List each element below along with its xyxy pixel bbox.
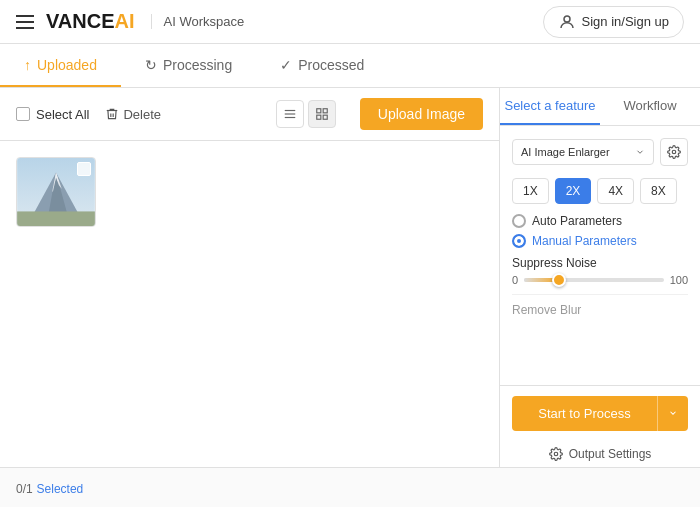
left-panel: Select All Delete [0, 88, 500, 467]
svg-point-15 [554, 452, 558, 456]
tab-select-feature[interactable]: Select a feature [500, 88, 600, 125]
logo-ai: AI [115, 10, 135, 32]
logo: VANCEAI [46, 10, 135, 33]
processed-icon: ✓ [280, 57, 292, 73]
upload-icon: ↑ [24, 57, 31, 73]
image-thumbnail[interactable] [16, 157, 96, 227]
select-all-checkbox[interactable] [16, 107, 30, 121]
workspace-badge: AI Workspace [151, 14, 245, 29]
grid-icon [315, 107, 329, 121]
scale-4x[interactable]: 4X [597, 178, 634, 204]
svg-rect-6 [317, 115, 321, 119]
settings-gear-button[interactable] [660, 138, 688, 166]
scale-1x[interactable]: 1X [512, 178, 549, 204]
image-select-checkbox[interactable] [77, 162, 91, 176]
tab-processing[interactable]: ↻ Processing [121, 44, 256, 87]
start-process-button[interactable]: Start to Process [512, 396, 657, 431]
svg-rect-5 [323, 109, 327, 113]
feature-select-row: AI Image Enlarger [512, 138, 688, 166]
settings-icon [549, 447, 563, 461]
gear-icon [667, 145, 681, 159]
tab-workflow[interactable]: Workflow [600, 88, 700, 125]
scale-8x[interactable]: 8X [640, 178, 677, 204]
auto-params-radio[interactable] [512, 214, 526, 228]
header-left: VANCEAI AI Workspace [16, 10, 244, 33]
scale-2x[interactable]: 2X [555, 178, 592, 204]
noise-max-label: 100 [670, 274, 688, 286]
view-toggle [276, 100, 336, 128]
svg-point-0 [564, 16, 570, 22]
svg-rect-7 [323, 115, 327, 119]
svg-rect-4 [317, 109, 321, 113]
chevron-down-icon [635, 147, 645, 157]
tab-uploaded[interactable]: ↑ Uploaded [0, 44, 121, 87]
user-icon [558, 13, 576, 31]
menu-icon[interactable] [16, 15, 34, 29]
svg-point-14 [672, 150, 676, 154]
main-tabs: ↑ Uploaded ↻ Processing ✓ Processed [0, 44, 700, 88]
status-info: 0/1 Selected [16, 480, 83, 496]
feature-content: AI Image Enlarger 1X 2X 4X 8X [500, 126, 700, 385]
logo-vance: VANCE [46, 10, 115, 32]
select-all-label[interactable]: Select All [16, 107, 89, 122]
delete-button[interactable]: Delete [105, 107, 161, 122]
right-panel: Select a feature Workflow AI Image Enlar… [500, 88, 700, 467]
upload-image-button[interactable]: Upload Image [360, 98, 483, 130]
noise-slider-track[interactable] [524, 278, 664, 282]
noise-slider-thumb[interactable] [552, 273, 566, 287]
processing-icon: ↻ [145, 57, 157, 73]
auto-params-option[interactable]: Auto Parameters [512, 214, 688, 228]
svg-rect-13 [17, 211, 95, 226]
status-bar: 0/1 Selected [0, 467, 700, 507]
params-radio-group: Auto Parameters Manual Parameters [512, 214, 688, 248]
status-selected: Selected [37, 482, 84, 496]
suppress-noise-slider-row: 0 100 [512, 274, 688, 286]
feature-tabs: Select a feature Workflow [500, 88, 700, 126]
header: VANCEAI AI Workspace Sign in/Sign up [0, 0, 700, 44]
tab-processed[interactable]: ✓ Processed [256, 44, 388, 87]
chevron-down-icon [668, 408, 678, 418]
process-arrow-button[interactable] [657, 396, 688, 431]
trash-icon [105, 107, 119, 121]
left-toolbar: Select All Delete [0, 88, 499, 141]
list-icon [283, 107, 297, 121]
status-count: 0/1 [16, 482, 33, 496]
noise-min-label: 0 [512, 274, 518, 286]
manual-params-option[interactable]: Manual Parameters [512, 234, 688, 248]
manual-params-radio[interactable] [512, 234, 526, 248]
image-grid [0, 141, 499, 467]
output-settings-button[interactable]: Output Settings [500, 441, 700, 467]
feature-dropdown[interactable]: AI Image Enlarger [512, 139, 654, 165]
suppress-noise-label: Suppress Noise [512, 256, 688, 270]
process-row: Start to Process [500, 385, 700, 441]
main-content: Select All Delete [0, 88, 700, 467]
list-view-button[interactable] [276, 100, 304, 128]
sign-in-button[interactable]: Sign in/Sign up [543, 6, 684, 38]
remove-blur-row: Remove Blur [512, 294, 688, 317]
scale-options: 1X 2X 4X 8X [512, 178, 688, 204]
grid-view-button[interactable] [308, 100, 336, 128]
